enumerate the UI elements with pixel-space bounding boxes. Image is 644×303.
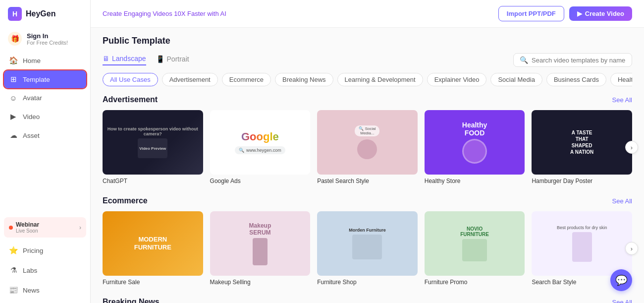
breaking-news-section-header: Breaking News See All	[103, 298, 632, 303]
healthy-name: Healthy Store	[425, 178, 525, 184]
avatar-icon: ☺	[9, 94, 18, 102]
chatgpt-name: ChatGPT	[103, 178, 203, 184]
page-title: Public Template	[103, 36, 632, 46]
sidebar-item-avatar-label: Avatar	[23, 94, 42, 102]
furniture-promo-name: Furniture Promo	[425, 279, 525, 286]
tab-landscape-label: Landscape	[112, 55, 146, 62]
sign-in-area[interactable]: 🎁 Sign In For Free Credits!	[0, 28, 90, 50]
home-icon: 🏠	[9, 56, 18, 65]
pastel-thumb[interactable]: 🔍 Social Media...	[317, 110, 418, 175]
sign-in-label: Sign In	[27, 32, 68, 40]
view-tab-group: 🖥 Landscape 📱 Portrait	[103, 55, 189, 65]
pastel-name: Pastel Search Style	[317, 178, 418, 184]
sidebar-item-labs-label: Labs	[23, 267, 37, 274]
create-video-icon: ▶	[577, 10, 582, 17]
view-tabs-row: 🖥 Landscape 📱 Portrait 🔍	[103, 53, 632, 67]
makeup-thumb-text: MakeupSERUM	[249, 222, 271, 236]
chatgpt-thumb[interactable]: How to create spokesperson video without…	[103, 110, 203, 175]
ecommerce-section-title: Ecommerce	[103, 196, 148, 205]
import-button[interactable]: Import PPT/PDF	[498, 6, 564, 21]
template-card-hamburger: A TASTETHATSHAPEDA NATION Hamburger Day …	[532, 110, 632, 184]
cat-ecommerce[interactable]: Ecommerce	[222, 73, 271, 86]
tab-landscape[interactable]: 🖥 Landscape	[103, 55, 146, 65]
cat-explainer[interactable]: Explainer Video	[427, 73, 487, 86]
main-nav: 🏠 Home ⊞ Template ☺ Avatar ▶ Video ☁ Ass…	[0, 52, 90, 213]
webinar-sub: Live Soon	[16, 228, 39, 234]
sidebar-item-home-label: Home	[23, 57, 41, 64]
google-thumb[interactable]: Google 🔍www.heygen.com	[210, 110, 311, 175]
healthy-food-text: HealthyFOOD	[462, 121, 487, 137]
modern-furniture-text: MODERNFURNITURE	[134, 236, 171, 251]
cat-all[interactable]: All Use Cases	[103, 73, 158, 86]
cat-business-cards[interactable]: Business Cards	[546, 73, 606, 86]
search-bar-thumb[interactable]: Best products for dry skin	[532, 211, 632, 276]
asset-icon: ☁	[9, 131, 18, 140]
webinar-label: Webinar	[16, 221, 39, 228]
template-card-chatgpt: How to create spokesperson video without…	[103, 110, 203, 184]
cat-advertisement[interactable]: Advertisement	[162, 73, 218, 86]
sidebar-item-video[interactable]: ▶ Video	[4, 108, 86, 125]
advertisement-section-title: Advertisement	[103, 95, 158, 104]
logo-area: H HeyGen	[0, 0, 90, 28]
ecommerce-template-row: MODERNFURNITURE Furniture Sale MakeupSER…	[103, 211, 632, 286]
sign-in-text: Sign In For Free Credits!	[27, 32, 68, 46]
sidebar-item-news[interactable]: 📰 News	[4, 281, 86, 299]
logo-text: HeyGen	[26, 9, 55, 18]
breaking-news-title: Breaking News	[103, 298, 160, 303]
sidebar-bottom: Webinar Live Soon › ⭐ Pricing ⚗ Labs 📰 N…	[0, 213, 90, 303]
template-card-furniture-sale: MODERNFURNITURE Furniture Sale	[103, 211, 203, 286]
template-icon: ⊞	[9, 75, 18, 84]
sidebar-item-labs[interactable]: ⚗ Labs	[4, 261, 86, 279]
create-video-button[interactable]: ▶ Create Video	[569, 6, 632, 21]
tab-portrait-label: Portrait	[167, 55, 189, 63]
ecommerce-see-all[interactable]: See All	[612, 197, 632, 205]
webinar-banner[interactable]: Webinar Live Soon ›	[4, 217, 86, 238]
search-icon: 🔍	[520, 56, 528, 64]
ecommerce-section-header: Ecommerce See All	[103, 196, 632, 205]
cat-breaking-news[interactable]: Breaking News	[275, 73, 333, 86]
advertisement-see-all[interactable]: See All	[612, 96, 632, 104]
main-content: Create Engaging Videos 10X Faster with A…	[91, 0, 644, 303]
sign-in-sub: For Free Credits!	[27, 40, 68, 46]
live-dot	[9, 226, 13, 230]
furniture-shop-thumb[interactable]: Morden Furniture	[317, 211, 418, 276]
breaking-news-section: Breaking News See All	[103, 298, 632, 303]
healthy-thumb[interactable]: HealthyFOOD	[425, 110, 525, 175]
labs-icon: ⚗	[9, 266, 18, 275]
tab-portrait[interactable]: 📱 Portrait	[156, 55, 189, 65]
template-card-furniture-promo: NOVIOFURNITURE Furniture Promo	[425, 211, 525, 286]
logo-icon: H	[8, 7, 22, 21]
template-card-google-ads: Google 🔍www.heygen.com Google Ads	[210, 110, 311, 184]
furniture-promo-thumb[interactable]: NOVIOFURNITURE	[425, 211, 525, 276]
sidebar-item-avatar[interactable]: ☺ Avatar	[4, 89, 86, 107]
landscape-icon: 🖥	[103, 55, 109, 62]
sidebar-item-pricing[interactable]: ⭐ Pricing	[4, 242, 86, 259]
sidebar-item-home[interactable]: 🏠 Home	[4, 52, 86, 69]
template-card-pastel: 🔍 Social Media... Pastel Search Style	[317, 110, 418, 184]
ecommerce-row-next[interactable]: ›	[625, 242, 638, 255]
cat-social[interactable]: Social Media	[490, 73, 542, 86]
sidebar-item-asset[interactable]: ☁ Asset	[4, 126, 86, 144]
webinar-info: Webinar Live Soon	[16, 221, 39, 234]
chatgpt-thumb-text: How to create spokesperson video without…	[103, 122, 203, 162]
cat-health[interactable]: Health & M	[610, 73, 632, 86]
makeup-thumb[interactable]: MakeupSERUM	[210, 211, 311, 276]
search-box[interactable]: 🔍	[513, 53, 632, 67]
topbar-tagline: Create Engaging Videos 10X Faster with A…	[103, 10, 226, 17]
advertisement-section: Advertisement See All How to create spok…	[103, 95, 632, 184]
breaking-news-see-all[interactable]: See All	[612, 299, 632, 303]
sidebar-item-template[interactable]: ⊞ Template	[4, 70, 86, 88]
pricing-icon: ⭐	[9, 246, 18, 255]
cat-learning[interactable]: Learning & Development	[337, 73, 423, 86]
hamburger-thumb[interactable]: A TASTETHATSHAPEDA NATION	[532, 110, 632, 175]
makeup-name: Makeup Selling	[210, 279, 311, 286]
create-video-label: Create Video	[585, 10, 624, 17]
webinar-arrow-icon: ›	[79, 224, 81, 231]
furniture-sale-thumb[interactable]: MODERNFURNITURE	[103, 211, 203, 276]
advertisement-template-row: How to create spokesperson video without…	[103, 110, 632, 184]
search-input[interactable]	[532, 57, 626, 64]
advertisement-row-next[interactable]: ›	[625, 141, 638, 154]
chat-fab[interactable]: 💬	[610, 269, 632, 291]
google-logo: Google	[235, 130, 285, 143]
template-card-makeup: MakeupSERUM Makeup Selling	[210, 211, 311, 286]
